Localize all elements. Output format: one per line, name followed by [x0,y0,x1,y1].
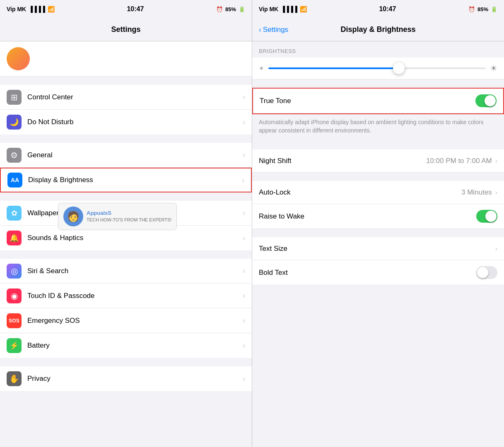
night-shift-label: Night Shift [259,157,426,165]
spacer-2 [252,141,504,149]
section-group-3: ✿ Wallpaper › 🔔 Sounds & Haptics › [0,201,252,250]
spacer-3 [252,173,504,181]
brightness-section-header: BRIGHTNESS [252,41,504,58]
raise-to-wake-label: Raise to Wake [259,212,476,221]
spacer-1 [252,79,504,88]
settings-item-touch-id[interactable]: ◉ Touch ID & Passcode › [0,284,252,308]
true-tone-toggle-knob [485,95,496,106]
chevron-icon-2: › [243,151,245,159]
raise-to-wake-toggle-knob [485,211,497,222]
do-not-disturb-label: Do Not Disturb [27,118,243,126]
chevron-icon-6: › [243,267,245,275]
right-panel: Vip MK ▐▐▐▐ 📶 10:47 ⏰ 85% 🔋 ‹ Settings D… [252,0,504,447]
phones-wrapper: Vip MK ▐▐▐▐ 📶 10:47 ⏰ 85% 🔋 Settings [0,0,504,447]
avatar-section[interactable] [0,41,252,77]
carrier-left: Vip MK [7,6,26,12]
right-page-title: Display & Brightness [340,25,415,34]
signal-icon: ▐▐▐▐ [29,6,45,12]
true-tone-description: Automatically adapt iPhone display based… [252,114,504,141]
settings-item-general[interactable]: ⚙ General › [0,143,252,168]
chevron-icon-0: › [243,93,245,101]
true-tone-toggle[interactable] [475,94,497,107]
left-panel: Vip MK ▐▐▐▐ 📶 10:47 ⏰ 85% 🔋 Settings [0,0,252,447]
wifi-icon: 📶 [48,6,55,12]
avatar [7,47,30,70]
settings-item-display-brightness[interactable]: AA Display & Brightness › [0,168,252,192]
settings-list: ⊞ Control Center › 🌙 Do Not Disturb › ⚙ … [0,77,252,447]
left-page-title: Settings [111,25,140,34]
text-size-label: Text Size [259,245,495,253]
sos-icon: SOS [7,313,22,328]
auto-lock-chevron: › [495,189,497,196]
text-size-row[interactable]: Text Size › [252,237,504,260]
sounds-label: Sounds & Haptics [27,234,243,242]
wallpaper-label: Wallpaper [27,209,243,217]
wifi-icon-right: 📶 [300,6,307,12]
settings-item-control-center[interactable]: ⊞ Control Center › [0,85,252,110]
brightness-low-icon: ☀ [259,65,264,72]
settings-item-sounds[interactable]: 🔔 Sounds & Haptics › [0,226,252,250]
chevron-icon-10: › [243,375,245,383]
battery-right: 85% [477,6,488,12]
auto-lock-value: 3 Minutes [461,188,492,197]
bold-text-toggle[interactable] [476,266,497,279]
left-nav-header: Settings [0,18,252,41]
spacer-4 [252,229,504,237]
sounds-icon: 🔔 [7,231,22,245]
privacy-icon: ✋ [7,371,22,386]
right-content: BRIGHTNESS ☀ ☀ True Tone Automa [252,41,504,447]
siri-icon: ◎ [7,264,22,279]
chevron-icon-8: › [243,316,245,325]
right-status-left: Vip MK ▐▐▐▐ 📶 [259,6,307,12]
settings-item-battery[interactable]: ⚡ Battery › [0,333,252,358]
left-status-left: Vip MK ▐▐▐▐ 📶 [7,6,55,12]
true-tone-label: True Tone [260,97,475,105]
true-tone-row: True Tone [253,89,503,113]
brightness-high-icon: ☀ [490,63,497,73]
auto-lock-label: Auto-Lock [259,188,461,197]
right-nav-header: ‹ Settings Display & Brightness [252,18,504,41]
settings-item-privacy[interactable]: ✋ Privacy › [0,366,252,391]
night-shift-chevron: › [495,157,497,165]
night-shift-value: 10:00 PM to 7:00 AM [426,157,492,165]
back-button[interactable]: ‹ Settings [259,26,288,34]
brightness-slider-thumb[interactable] [393,62,405,74]
raise-to-wake-row: Raise to Wake [252,204,504,229]
chevron-icon-5: › [243,234,245,243]
battery-label: Battery [27,341,243,350]
left-time: 10:47 [127,5,144,13]
right-time: 10:47 [379,5,396,13]
bold-text-row: Bold Text [252,260,504,285]
section-group-4: ◎ Siri & Search › ◉ Touch ID & Passcode … [0,259,252,358]
brightness-slider-fill [268,67,399,69]
section-group-2: ⚙ General › AA Display & Brightness › [0,143,252,192]
chevron-icon-3: › [242,176,244,185]
chevron-icon-1: › [243,118,245,127]
true-tone-section: True Tone [252,88,504,114]
night-shift-row[interactable]: Night Shift 10:00 PM to 7:00 AM › [252,149,504,173]
alarm-icon-right: ⏰ [468,6,475,12]
settings-item-do-not-disturb[interactable]: 🌙 Do Not Disturb › [0,110,252,135]
battery-icon-right: 🔋 [491,6,497,12]
alarm-icon: ⏰ [216,6,223,12]
brightness-slider-track[interactable] [268,67,486,69]
left-status-right: ⏰ 85% 🔋 [216,6,245,12]
auto-lock-row[interactable]: Auto-Lock 3 Minutes › [252,181,504,204]
carrier-right: Vip MK [259,6,278,12]
bold-text-toggle-knob [477,267,488,278]
siri-label: Siri & Search [27,267,243,275]
settings-item-wallpaper[interactable]: ✿ Wallpaper › [0,201,252,226]
settings-item-emergency-sos[interactable]: SOS Emergency SOS › [0,308,252,333]
raise-to-wake-toggle[interactable] [476,210,497,223]
settings-item-siri[interactable]: ◎ Siri & Search › [0,259,252,284]
back-chevron-icon: ‹ [259,26,261,34]
general-icon: ⚙ [7,148,22,163]
privacy-label: Privacy [27,375,243,383]
display-brightness-label: Display & Brightness [28,176,242,184]
signal-icon-right: ▐▐▐▐ [281,6,297,12]
general-label: General [27,151,243,159]
bold-text-label: Bold Text [259,269,476,277]
control-center-label: Control Center [27,93,243,101]
left-status-bar: Vip MK ▐▐▐▐ 📶 10:47 ⏰ 85% 🔋 [0,0,252,18]
touch-id-label: Touch ID & Passcode [27,292,243,300]
